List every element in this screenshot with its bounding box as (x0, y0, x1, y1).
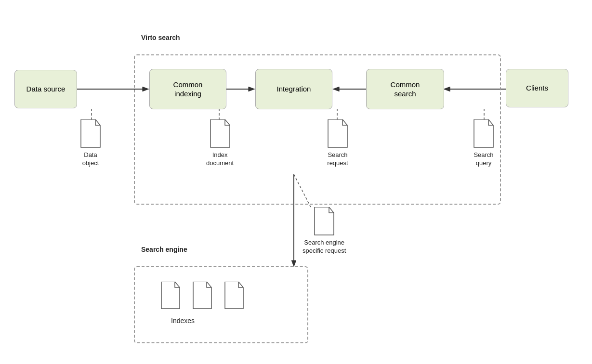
svg-marker-13 (210, 119, 230, 147)
index-document-doc: Indexdocument (206, 119, 234, 168)
search-engine-label: Search engine (141, 246, 187, 253)
data-object-label: Dataobject (82, 151, 99, 168)
svg-marker-18 (193, 282, 211, 309)
index-document-label: Indexdocument (206, 151, 234, 168)
clients-box: Clients (506, 69, 568, 107)
svg-marker-16 (315, 207, 334, 235)
svg-marker-17 (161, 282, 180, 309)
index-doc-3 (223, 282, 246, 310)
svg-marker-19 (225, 282, 243, 309)
index-doc-2 (191, 282, 214, 310)
common-indexing-label: Commonindexing (173, 80, 203, 99)
search-request-doc: Searchrequest (326, 119, 350, 168)
integration-label: Integration (277, 84, 311, 94)
search-engine-request-label: Search enginespecific request (303, 239, 346, 255)
indexes-label: Indexes (171, 317, 195, 325)
virto-search-label: Virto search (141, 34, 180, 41)
search-query-label: Searchquery (474, 151, 493, 168)
search-query-doc: Searchquery (472, 119, 496, 168)
search-engine-request-doc: Search enginespecific request (303, 207, 346, 255)
data-source-label: Data source (26, 84, 66, 94)
common-search-label: Commonsearch (391, 80, 420, 99)
search-request-label: Searchrequest (327, 151, 348, 168)
svg-marker-12 (81, 119, 100, 147)
common-indexing-box: Commonindexing (149, 69, 226, 109)
data-source-box: Data source (14, 70, 77, 108)
index-doc-1 (159, 282, 182, 310)
svg-marker-15 (474, 119, 493, 147)
data-object-doc: Dataobject (79, 119, 103, 168)
svg-marker-14 (328, 119, 347, 147)
integration-box: Integration (255, 69, 332, 109)
diagram-container: Virto search Search engine Data source C… (0, 0, 592, 364)
clients-label: Clients (526, 83, 548, 93)
common-search-box: Commonsearch (366, 69, 444, 109)
